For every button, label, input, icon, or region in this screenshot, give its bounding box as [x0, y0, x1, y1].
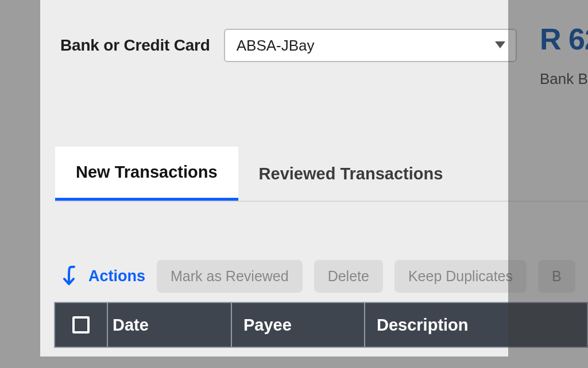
bank-balance-amount: R 62 [540, 22, 588, 56]
column-header-payee[interactable]: Payee [232, 303, 365, 347]
transactions-table-header: Date Payee Description [54, 302, 588, 348]
column-header-description[interactable]: Description [365, 303, 587, 347]
column-header-date[interactable]: Date [108, 303, 232, 347]
arrow-down-icon [63, 265, 80, 287]
actions-menu-label: Actions [88, 267, 145, 285]
delete-button[interactable]: Delete [314, 260, 383, 293]
tab-reviewed-transactions[interactable]: Reviewed Transactions [238, 147, 464, 201]
extra-button[interactable]: B [538, 260, 575, 293]
account-selector-label: Bank or Credit Card [60, 36, 210, 55]
transactions-tabs: New Transactions Reviewed Transactions [55, 147, 588, 202]
select-all-checkbox[interactable] [72, 316, 90, 334]
svg-marker-0 [495, 41, 505, 48]
bank-balance-caption: Bank Ba [540, 70, 588, 88]
account-select[interactable]: ABSA-JBay [224, 29, 517, 62]
chevron-down-icon [495, 41, 505, 49]
mark-as-reviewed-button[interactable]: Mark as Reviewed [157, 260, 303, 293]
keep-duplicates-button[interactable]: Keep Duplicates [394, 260, 527, 293]
actions-menu-button[interactable]: Actions [63, 265, 145, 287]
tab-new-transactions[interactable]: New Transactions [55, 147, 238, 201]
account-select-value: ABSA-JBay [237, 37, 315, 55]
